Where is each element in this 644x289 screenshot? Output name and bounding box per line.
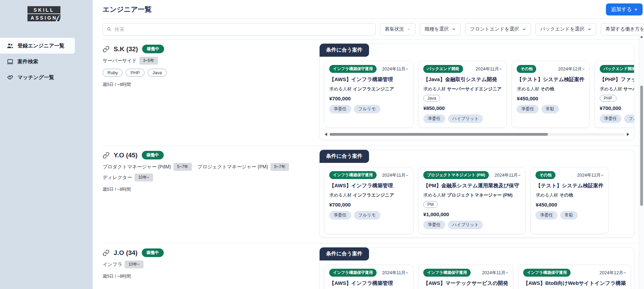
sidebar-item-label: 登録エンジニア一覧 [18,43,65,49]
case-card[interactable]: インフラ構築保守運用 2024年12月~ 【AWS】BtoB向けWebサイトイン… [518,265,631,289]
scroll-right-icon[interactable] [627,133,629,136]
case-cards: インフラ構築保守運用 2024年11月~ 【AWS】インフラ構築管理 求める人材… [324,167,634,234]
filter-job-type[interactable]: 職種を選択 [420,23,461,35]
laptop-icon [7,58,14,65]
case-role-line: 求める人材 インフラエンジニア [329,192,408,198]
logo-line-2: ASSIGN [27,14,60,21]
contract-badge: 準委任 [600,114,622,123]
filter-backend[interactable]: バックエンドを選択 [536,23,596,35]
sidebar-item-engineer-list[interactable]: 登録エンジニア一覧 [0,38,75,54]
contract-badge: 常駐 [560,211,578,220]
vertical-scrollbar[interactable] [639,34,644,289]
case-role: その他 [560,192,573,198]
case-role: サーバーサイドエンジニア [447,86,502,91]
case-role-line: 求める人材 インフラエンジニア [329,86,408,92]
category-badge: インフラ構築保守運用 [329,269,377,277]
case-role: サーバーサイドエンジニア [623,86,634,91]
case-card[interactable]: その他 2024年12月~ 【テスト】システム検証案件 求める人材 その他 ¥4… [511,61,589,128]
engineer-roles: プロダクトマネージャー (PdM) 5~7年 プロジェクトマネージャー (PM)… [103,163,319,181]
horizontal-scroll-thumb[interactable] [330,133,548,136]
start-date: 2024年11月~ [382,270,408,276]
start-date: 2024年11月~ [382,66,408,72]
seeking-label: 求める人材 [329,192,352,198]
scroll-track[interactable] [330,133,624,136]
contract-badge: 準委任 [423,114,445,123]
vertical-scroll-thumb[interactable] [640,86,643,206]
case-title: 【AWS】インフラ構築管理 [329,76,408,83]
start-date: 2024年11月~ [382,172,408,178]
seeking-label: 求める人材 [423,86,446,91]
link-icon[interactable] [103,249,110,256]
skill-tag: PHP [600,95,617,102]
start-date: 2024年11月~ [482,270,508,276]
case-badges: 準委任 ハイブリット [423,221,520,229]
case-title: 【PHP】ファッションファッション系E [600,76,634,83]
link-icon[interactable] [103,46,110,53]
category-badge: インフラ構築保守運用 [523,269,571,277]
engineer-row: S.K (32) 稼働中 サーバーサイド 3~5年 Ruby PHP Java … [103,40,643,146]
case-card[interactable]: インフラ構築保守運用 2024年11月~ 【AWS】インフラ構築管理 求める人材… [324,61,413,128]
engineer-info: Y.O (45) 稼働中 プロダクトマネージャー (PdM) 5~7年 プロジェ… [103,149,319,192]
case-card-header: インフラ構築保守運用 2024年11月~ [329,269,408,277]
filter-recruit-status[interactable]: 募集状況 [380,23,415,35]
sidebar-item-case-search[interactable]: 案件検索 [0,54,75,69]
case-card[interactable]: その他 2024年12月~ 【テスト】システム検証案件 求める人材 その他 ¥4… [530,167,608,234]
experience-badge: 3~5年 [139,57,158,65]
category-badge: インフラ構築保守運用 [329,65,377,73]
price: ¥700,000 [329,202,408,208]
skill-tag: PM [423,201,438,208]
engineer-header: S.K (32) 稼働中 [103,45,319,53]
price: ¥450,000 [536,202,603,208]
page-header: エンジニア一覧 追加する + [103,0,643,19]
sidebar-item-matching-list[interactable]: マッチング一覧 [0,69,75,85]
role-label: ディレクター [103,175,132,181]
filter-frontend[interactable]: フロントエンドを選択 [465,23,531,35]
scroll-left-icon[interactable] [325,133,327,136]
experience-badge: 5~7年 [173,163,192,171]
handshake-icon [7,74,14,81]
filter-label: 希望する働き方を選択 [606,26,644,32]
sidebar-item-label: マッチング一覧 [18,74,54,81]
case-badges: 準委任 フルリモ [329,105,408,113]
case-card-header: バックエンド開発 2024年11月~ [423,65,502,73]
case-card[interactable]: インフラ構築保守運用 2024年11月~ 【AWS】インフラ構築管理 求める人材… [324,265,413,289]
role-item: プロジェクトマネージャー (PM) 5~7年 [197,163,289,171]
start-date: 2024年12月~ [599,270,626,276]
case-badges: 準委任 常駐 [536,211,603,220]
matching-panel: 条件に合う案件 インフラ構築保守運用 2024年11月~ 【AWS】インフラ構築… [319,149,634,238]
case-badges: 準委任 常駐 [517,105,584,113]
case-card[interactable]: バックエンド開発 2024年11月~ 【Java】金融取引システム開発 求める人… [418,61,507,128]
filter-workstyle[interactable]: 希望する働き方を選択 [601,23,644,35]
contract-badge: 準委任 [329,211,351,220]
scroll-up-icon[interactable] [640,36,643,38]
case-card[interactable]: インフラ構築保守運用 2024年11月~ 【AWS】インフラ構築管理 求める人材… [324,167,413,234]
seeking-label: 求める人材 [536,192,558,198]
availability-text: 週5日 / ~8時間 [103,82,319,88]
case-title: 【テスト】システム検証案件 [536,182,603,189]
case-title: 【AWS】インフラ構築管理 [329,280,408,287]
case-card[interactable]: プロジェクトマネジメント (PM) 2024年11月~ 【PM】金融系システム運… [418,167,526,234]
add-button[interactable]: 追加する + [606,3,643,15]
chevron-down-icon [452,27,456,31]
category-badge: バックエンド開発 [423,65,463,73]
case-skills: PHP [600,95,634,102]
case-badges: 準委任 フルリモ [329,211,408,220]
case-card[interactable]: インフラ構築保守運用 2024年11月~ 【AWS】マーテックサービスの開発 求… [418,265,513,289]
price: ¥700,000 [329,96,408,101]
app-logo: SKILL ASSIGN [27,6,60,21]
role-item: ディレクター 10年~ [103,174,153,181]
engineer-skills: Ruby PHP Java [103,69,319,77]
main-content: エンジニア一覧 追加する + 募集状況 職種を選択 フロントエンドを選択 バック… [93,0,644,289]
role-item: プロダクトマネージャー (PdM) 5~7年 [103,163,192,171]
category-badge: インフラ構築保守運用 [423,269,471,277]
search-input[interactable] [103,23,376,35]
role-item: サーバーサイド 3~5年 [103,57,158,65]
case-role-line: 求める人材 サーバーサイドエンジニア [600,86,634,92]
seeking-label: 求める人材 [329,86,352,91]
engineer-row: Y.O (45) 稼働中 プロダクトマネージャー (PdM) 5~7年 プロジェ… [103,146,643,243]
horizontal-scrollbar[interactable] [325,132,629,136]
case-card[interactable]: バックエンド開発 【PHP】ファッションファッション系E 求める人材 サーバーサ… [595,61,634,128]
add-button-label: 追加する [611,6,632,13]
case-badges: 準委任 フルリモ [600,114,634,123]
link-icon[interactable] [103,152,110,159]
